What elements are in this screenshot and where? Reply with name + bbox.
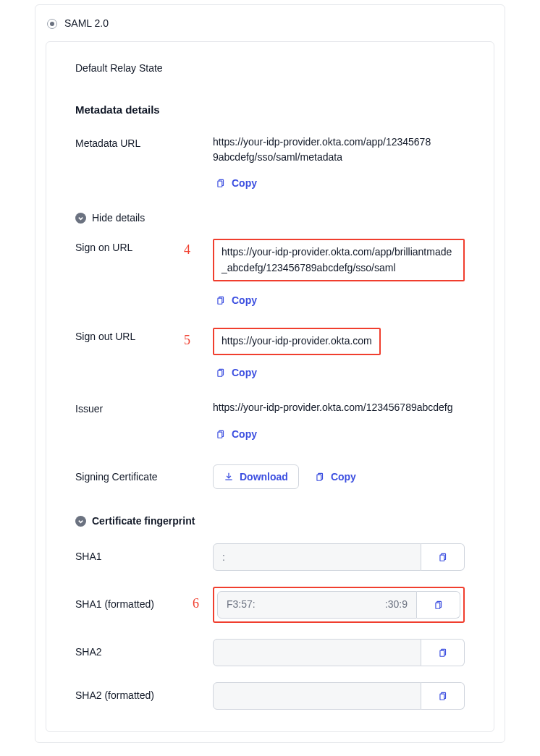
- svg-rect-3: [218, 298, 222, 304]
- metadata-url-row: Metadata URL https://your-idp-provider.o…: [75, 135, 465, 166]
- clipboard-icon: [216, 429, 226, 439]
- copy-label: Copy: [232, 367, 257, 378]
- sign-on-url-row: Sign on URL 4 https://your-idp-provider.…: [75, 239, 465, 283]
- clipboard-icon: [438, 691, 448, 701]
- sha2-formatted-input[interactable]: [213, 682, 421, 710]
- svg-rect-15: [439, 650, 444, 656]
- sha1-formatted-value-left: F3:57:: [227, 597, 256, 612]
- svg-rect-1: [218, 181, 222, 187]
- copy-label: Copy: [232, 177, 257, 189]
- copy-sha2-formatted-button[interactable]: [421, 682, 465, 710]
- sign-out-url-label: Sign out URL: [75, 328, 213, 344]
- sha2-label: SHA2: [75, 645, 213, 660]
- copy-sha1-button[interactable]: [421, 543, 465, 571]
- sha1-formatted-row: SHA1 (formatted) 6 F3:57: :30:9: [75, 587, 465, 623]
- cert-fp-heading: Certificate fingerprint: [92, 514, 195, 529]
- hide-details-label: Hide details: [92, 211, 145, 226]
- chevron-down-icon: [75, 213, 86, 224]
- sha2-formatted-label: SHA2 (formatted): [75, 688, 213, 703]
- svg-rect-7: [218, 432, 222, 438]
- clipboard-icon: [216, 368, 226, 378]
- copy-cert-button[interactable]: Copy: [312, 467, 359, 487]
- clipboard-icon: [434, 600, 444, 610]
- sign-out-url-value-highlight: https://your-idp-provider.okta.com: [213, 328, 381, 355]
- protocol-radio-label: SAML 2.0: [64, 16, 109, 31]
- copy-sha1-formatted-button[interactable]: [417, 591, 460, 619]
- copy-sha2-button[interactable]: [421, 639, 465, 666]
- clipboard-icon: [216, 295, 226, 305]
- sha2-formatted-row: SHA2 (formatted): [75, 682, 465, 710]
- copy-label: Copy: [232, 294, 257, 306]
- sha1-input[interactable]: [213, 543, 421, 571]
- sha2-input[interactable]: [213, 639, 421, 666]
- hide-details-toggle[interactable]: Hide details: [75, 211, 465, 226]
- sign-on-url-value-highlight: https://your-idp-provider.okta.com/app/b…: [213, 239, 465, 281]
- saml-settings-card: SAML 2.0 Default Relay State Metadata de…: [35, 4, 505, 743]
- clipboard-icon: [216, 178, 226, 188]
- copy-label: Copy: [232, 428, 257, 440]
- sha1-formatted-label: SHA1 (formatted): [75, 597, 213, 612]
- sha1-label: SHA1: [75, 549, 213, 564]
- download-cert-button[interactable]: Download: [213, 464, 299, 489]
- metadata-url-label: Metadata URL: [75, 135, 213, 151]
- clipboard-icon: [315, 472, 325, 482]
- sign-out-url-row: Sign out URL 5 https://your-idp-provider…: [75, 328, 465, 357]
- issuer-value: https://your-idp-provider.okta.com/12345…: [213, 400, 465, 416]
- relay-state-label: Default Relay State: [75, 59, 213, 76]
- download-icon: [224, 472, 234, 482]
- copy-issuer-button[interactable]: Copy: [213, 424, 260, 444]
- svg-rect-17: [439, 694, 444, 700]
- copy-metadata-url-button[interactable]: Copy: [213, 173, 260, 193]
- issuer-row: Issuer https://your-idp-provider.okta.co…: [75, 400, 465, 417]
- sha2-row: SHA2: [75, 639, 465, 666]
- svg-rect-13: [435, 603, 439, 608]
- sign-out-url-value: https://your-idp-provider.okta.com: [222, 335, 372, 347]
- svg-rect-11: [439, 555, 444, 561]
- svg-rect-9: [317, 475, 321, 480]
- metadata-details-heading: Metadata details: [75, 102, 465, 119]
- sign-on-url-label: Sign on URL: [75, 239, 213, 255]
- sha1-formatted-highlight: F3:57: :30:9: [213, 587, 465, 623]
- sign-on-url-value: https://your-idp-provider.okta.com/app/b…: [222, 246, 452, 273]
- copy-label: Copy: [331, 471, 356, 483]
- download-label: Download: [240, 471, 288, 483]
- sha1-formatted-input[interactable]: F3:57: :30:9: [217, 591, 417, 619]
- chevron-down-icon: [75, 516, 86, 527]
- copy-sign-on-url-button[interactable]: Copy: [213, 290, 260, 310]
- signing-cert-row: Signing Certificate Download Copy: [75, 464, 465, 489]
- metadata-url-value: https://your-idp-provider.okta.com/app/1…: [213, 135, 465, 166]
- signing-cert-label: Signing Certificate: [75, 468, 213, 485]
- issuer-label: Issuer: [75, 400, 213, 417]
- saml-details-panel: Default Relay State Metadata details Met…: [46, 41, 494, 732]
- svg-rect-5: [218, 370, 222, 376]
- radio-selected-icon: [47, 19, 57, 29]
- clipboard-icon: [438, 647, 448, 658]
- protocol-radio-row[interactable]: SAML 2.0: [46, 14, 494, 31]
- cert-fp-toggle[interactable]: Certificate fingerprint: [75, 514, 465, 529]
- clipboard-icon: [438, 552, 448, 562]
- sha1-formatted-value-right: :30:9: [385, 597, 408, 612]
- sha1-row: SHA1: [75, 543, 465, 571]
- copy-sign-out-url-button[interactable]: Copy: [213, 362, 260, 383]
